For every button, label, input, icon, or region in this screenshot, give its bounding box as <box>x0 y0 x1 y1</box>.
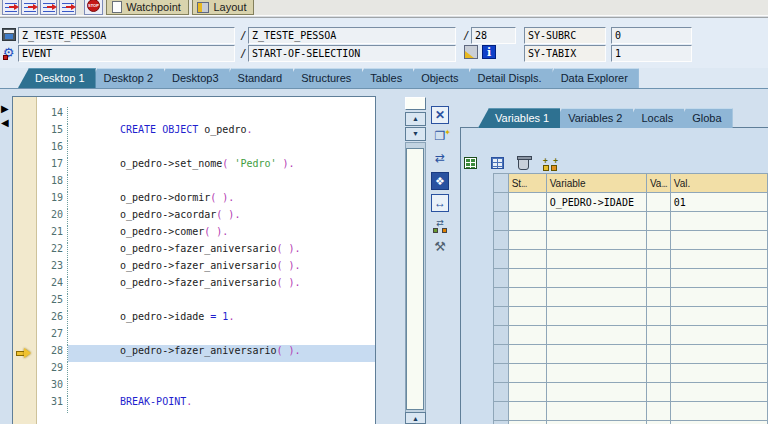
cell-st[interactable] <box>508 402 546 421</box>
table-row[interactable] <box>494 364 768 383</box>
tools-icon[interactable]: ⚒ <box>431 238 449 256</box>
cell-variable[interactable] <box>546 383 646 402</box>
code-line-18[interactable]: 18 <box>38 175 375 192</box>
event-type-field[interactable]: EVENT <box>18 45 235 62</box>
info-icon[interactable]: i <box>482 45 496 59</box>
display-table-icon[interactable] <box>464 157 481 174</box>
scroll-up-bottom-button[interactable]: ▲ <box>405 412 426 424</box>
table-row[interactable] <box>494 345 768 364</box>
column-header-variable[interactable]: Variable <box>546 174 646 193</box>
code-line-25[interactable]: 25 <box>38 294 375 311</box>
cell-st[interactable] <box>508 345 546 364</box>
table-row[interactable] <box>494 250 768 269</box>
cell-variable[interactable] <box>546 345 646 364</box>
display-source-icon[interactable] <box>464 45 478 59</box>
column-header-st[interactable]: St... <box>508 174 546 193</box>
cell-variable[interactable] <box>546 269 646 288</box>
cell-va[interactable] <box>646 402 670 421</box>
cell-va[interactable] <box>646 307 670 326</box>
cell-val[interactable] <box>670 231 767 250</box>
table-row[interactable]: O_PEDRO->IDADE01 <box>494 193 768 212</box>
cell-va[interactable] <box>646 193 670 212</box>
cell-va[interactable] <box>646 364 670 383</box>
code-line-15[interactable]: 15CREATE OBJECT o_pedro. <box>38 124 375 141</box>
swap-panels-icon[interactable]: ⇄ <box>431 150 449 168</box>
row-selector[interactable] <box>494 307 509 326</box>
cell-val[interactable] <box>670 212 767 231</box>
cell-st[interactable] <box>508 269 546 288</box>
cell-st[interactable] <box>508 250 546 269</box>
cell-val[interactable] <box>670 402 767 421</box>
row-selector[interactable] <box>494 364 509 383</box>
code-line-17[interactable]: 17o_pedro->set_nome( 'Pedro' ). <box>38 158 375 175</box>
tab-structures[interactable]: Structures <box>284 68 362 88</box>
scrollbar-thumb[interactable] <box>406 148 424 410</box>
cell-va[interactable] <box>646 345 670 364</box>
var-tab-variables-1[interactable]: Variables 1 <box>478 108 560 128</box>
resize-horizontal-icon[interactable]: ↔ <box>431 194 449 212</box>
cell-st[interactable] <box>508 288 546 307</box>
cell-st[interactable] <box>508 231 546 250</box>
row-selector[interactable] <box>494 345 509 364</box>
new-session-icon[interactable]: ❐✦ <box>431 128 449 146</box>
cell-va[interactable] <box>646 326 670 345</box>
maximize-icon[interactable]: ❖ <box>431 172 449 190</box>
table-row[interactable] <box>494 288 768 307</box>
table-row[interactable] <box>494 307 768 326</box>
cell-val[interactable] <box>670 307 767 326</box>
cell-variable[interactable] <box>546 421 646 424</box>
cell-val[interactable] <box>670 250 767 269</box>
stop-button[interactable]: STOP <box>84 0 103 15</box>
tab-data-explorer[interactable]: Data Explorer <box>544 68 639 88</box>
cell-st[interactable] <box>508 326 546 345</box>
code-line-29[interactable]: 29 <box>38 362 375 379</box>
layout-button[interactable]: Layout <box>192 0 254 15</box>
cell-val[interactable] <box>670 288 767 307</box>
delete-variables-icon[interactable] <box>518 156 535 173</box>
scroll-up-button[interactable]: ▲ <box>405 112 426 126</box>
code-line-26[interactable]: 26o_pedro->idade = 1. <box>38 311 375 328</box>
table-row[interactable] <box>494 421 768 424</box>
table-row[interactable] <box>494 212 768 231</box>
cell-variable[interactable] <box>546 307 646 326</box>
table-row[interactable] <box>494 231 768 250</box>
tab-objects[interactable]: Objects <box>404 68 469 88</box>
step-into-button[interactable] <box>2 0 19 15</box>
tab-desktop3[interactable]: Desktop3 <box>155 68 229 88</box>
row-selector[interactable] <box>494 326 509 345</box>
cell-va[interactable] <box>646 212 670 231</box>
code-line-24[interactable]: 24o_pedro->fazer_aniversario( ). <box>38 277 375 294</box>
code-line-23[interactable]: 23o_pedro->fazer_aniversario( ). <box>38 260 375 277</box>
include-field[interactable]: Z_TESTE_PESSOA <box>248 27 456 44</box>
cell-val[interactable] <box>670 364 767 383</box>
insert-columns-icon[interactable]: ++ <box>543 157 560 174</box>
sy-tabix-value[interactable]: 1 <box>611 45 692 62</box>
row-selector[interactable] <box>494 288 509 307</box>
continue-button[interactable] <box>59 0 76 15</box>
cell-st[interactable] <box>508 364 546 383</box>
code-line-19[interactable]: 19o_pedro->dormir( ). <box>38 192 375 209</box>
cell-variable[interactable] <box>546 364 646 383</box>
row-selector[interactable] <box>494 421 509 424</box>
cell-variable[interactable]: O_PEDRO->IDADE <box>546 193 646 212</box>
cell-va[interactable] <box>646 421 670 424</box>
close-icon[interactable]: ✕ <box>431 106 449 124</box>
nav-back-icon[interactable]: ◀ <box>1 118 9 128</box>
table-row[interactable] <box>494 326 768 345</box>
row-selector[interactable] <box>494 402 509 421</box>
row-selector[interactable] <box>494 212 509 231</box>
cell-val[interactable] <box>670 383 767 402</box>
table-row[interactable] <box>494 269 768 288</box>
cell-va[interactable] <box>646 383 670 402</box>
source-code-editor[interactable]: 1415CREATE OBJECT o_pedro.1617o_pedro->s… <box>12 96 376 424</box>
exchange-views-icon[interactable]: ⇄ <box>431 216 449 234</box>
row-selector[interactable] <box>494 269 509 288</box>
nav-forward-icon[interactable]: ▶ <box>1 104 9 114</box>
scroll-down-button[interactable]: ▼ <box>405 127 426 141</box>
table-row[interactable] <box>494 383 768 402</box>
cell-va[interactable] <box>646 269 670 288</box>
cell-variable[interactable] <box>546 231 646 250</box>
row-selector[interactable] <box>494 193 509 212</box>
code-line-20[interactable]: 20o_pedro->acordar( ). <box>38 209 375 226</box>
code-line-16[interactable]: 16 <box>38 141 375 158</box>
